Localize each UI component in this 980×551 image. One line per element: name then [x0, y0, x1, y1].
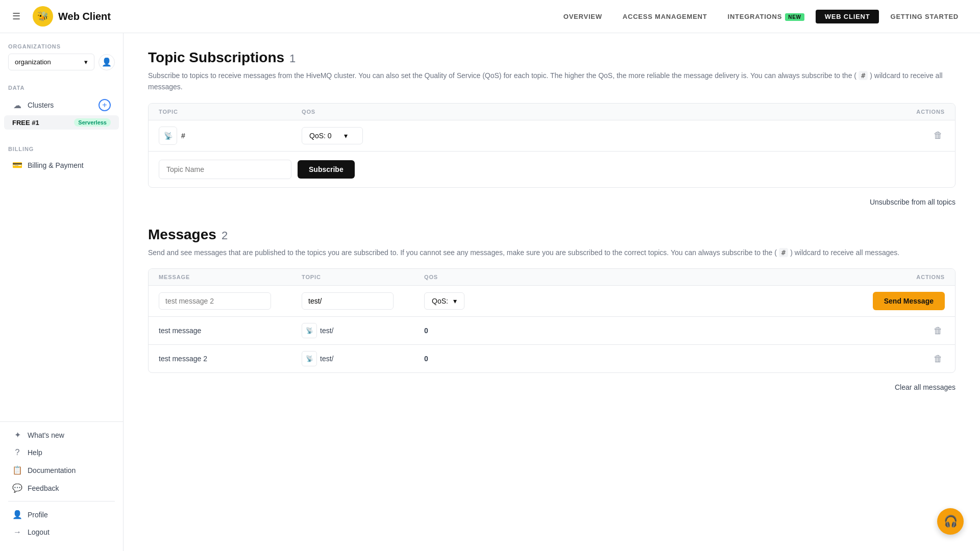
- headphones-icon: 🎧: [944, 515, 958, 528]
- messages-section: Messages 2 Send and see messages that ar…: [148, 227, 955, 395]
- topic-name-input[interactable]: [159, 160, 291, 179]
- messages-count: 2: [222, 229, 228, 242]
- actions-cell: 🗑: [884, 128, 945, 143]
- col-message-header: MESSAGE: [159, 274, 302, 280]
- msg-wildcard-code: #: [779, 248, 788, 257]
- received-qos-cell-2: 0: [424, 354, 516, 363]
- col-msg-topic-header: TOPIC: [302, 274, 424, 280]
- topic-cell: 📡 #: [159, 127, 302, 145]
- qos-cell: QoS: 0 ▾: [302, 127, 884, 144]
- topic-subscriptions-table: TOPIC QOS ACTIONS 📡 # QoS: 0 ▾: [148, 103, 955, 188]
- received-message-cell-2: test message 2: [159, 354, 302, 363]
- new-badge: NEW: [785, 13, 804, 21]
- add-cluster-button[interactable]: +: [99, 99, 111, 111]
- sidebar-bottom: ✦ What's new ? Help 📋 Documentation 💬 Fe…: [0, 421, 123, 541]
- rss-icon: 📡: [306, 327, 313, 334]
- topic-icon-box: 📡: [159, 127, 177, 145]
- message-text: test message: [159, 327, 201, 335]
- messages-title: Messages 2: [148, 227, 955, 243]
- received-qos-cell-1: 0: [424, 326, 516, 335]
- main-content: Topic Subscriptions 1 Subscribe to topic…: [124, 33, 980, 551]
- sidebar-item-help[interactable]: ? Help: [4, 444, 119, 461]
- messages-table-header: MESSAGE TOPIC QOS ACTIONS: [149, 269, 955, 286]
- nav-getting-started[interactable]: GETTING STARTED: [881, 10, 968, 23]
- app-logo: 🐝 Web Client: [33, 6, 111, 27]
- topic-table-header: TOPIC QOS ACTIONS: [149, 104, 955, 120]
- data-section-label: Data: [0, 85, 123, 95]
- unsubscribe-all-link[interactable]: Unsubscribe from all topics: [148, 194, 955, 210]
- sidebar-item-clusters[interactable]: ☁ Clusters +: [4, 95, 119, 115]
- nav-integrations[interactable]: INTEGRATIONSNEW: [719, 10, 814, 23]
- topic-icon: 📡: [302, 323, 317, 338]
- sidebar-item-feedback[interactable]: 💬 Feedback: [4, 479, 119, 497]
- sidebar-item-whats-new[interactable]: ✦ What's new: [4, 426, 119, 444]
- msg-qos-input-cell: QoS: ▾: [424, 292, 516, 310]
- received-message-cell-1: test message: [159, 326, 302, 335]
- sidebar-item-documentation[interactable]: 📋 Documentation: [4, 461, 119, 479]
- delete-message-button-2[interactable]: 🗑: [932, 352, 945, 366]
- sidebar-item-logout[interactable]: → Logout: [4, 523, 119, 541]
- received-topic-cell-1: 📡 test/: [302, 323, 424, 338]
- floating-help-button[interactable]: 🎧: [937, 508, 964, 535]
- person-add-icon: 👤: [102, 57, 112, 67]
- top-navigation: ☰ 🐝 Web Client OVERVIEW ACCESS MANAGEMEN…: [0, 0, 980, 33]
- cluster-item[interactable]: FREE #1 Serverless: [4, 115, 119, 130]
- topic-name: #: [181, 132, 185, 140]
- chevron-down-icon: ▾: [344, 132, 348, 140]
- app-title: Web Client: [58, 11, 111, 22]
- help-icon: ?: [12, 448, 22, 457]
- chevron-down-icon: ▾: [453, 297, 457, 305]
- table-row: test message 2 📡 test/ 0 🗑: [149, 345, 955, 372]
- billing-section-label: Billing: [0, 146, 123, 156]
- col-msg-actions-header: ACTIONS: [516, 274, 945, 280]
- menu-icon[interactable]: ☰: [12, 11, 20, 22]
- cloud-icon: ☁: [12, 101, 22, 110]
- message-input[interactable]: [159, 292, 271, 310]
- sidebar-item-profile[interactable]: 👤 Profile: [4, 506, 119, 523]
- org-section-label: Organizations: [0, 43, 123, 54]
- logo-icon: 🐝: [33, 6, 53, 27]
- delete-message-button-1[interactable]: 🗑: [932, 323, 945, 338]
- received-actions-cell-2: 🗑: [516, 352, 945, 366]
- org-selector: organization ▾ 👤: [0, 54, 123, 79]
- message-input-cell: [159, 292, 302, 310]
- data-section: Data ☁ Clusters + FREE #1 Serverless: [0, 79, 123, 132]
- topic-count: 1: [289, 52, 296, 65]
- message-topic-input[interactable]: [302, 292, 394, 310]
- nav-web-client[interactable]: WEB CLIENT: [816, 10, 879, 23]
- subscribe-button[interactable]: Subscribe: [298, 160, 355, 179]
- delete-topic-button[interactable]: 🗑: [932, 128, 945, 143]
- col-qos-header: QOS: [302, 109, 884, 115]
- star-icon: ✦: [12, 430, 22, 440]
- message-qos-dropdown[interactable]: QoS: ▾: [424, 292, 464, 310]
- nav-access-management[interactable]: ACCESS MANAGEMENT: [614, 10, 717, 23]
- rss-icon: 📡: [306, 355, 313, 362]
- logout-icon: →: [12, 528, 22, 537]
- rss-icon: 📡: [164, 132, 173, 140]
- message-input-row: QoS: ▾ Send Message: [149, 286, 955, 317]
- chevron-down-icon: ▾: [84, 58, 88, 66]
- sidebar-divider: [8, 501, 115, 502]
- cluster-badge: Serverless: [74, 118, 111, 127]
- messages-desc: Send and see messages that are published…: [148, 247, 955, 258]
- qos-dropdown[interactable]: QoS: 0 ▾: [302, 127, 363, 144]
- send-message-button[interactable]: Send Message: [873, 292, 945, 310]
- table-row: test message 📡 test/ 0 🗑: [149, 317, 955, 345]
- topic-subscriptions-title: Topic Subscriptions 1: [148, 49, 955, 66]
- topic-subscriptions-desc: Subscribe to topics to receive messages …: [148, 70, 955, 93]
- nav-overview[interactable]: OVERVIEW: [554, 10, 611, 23]
- book-icon: 📋: [12, 465, 22, 475]
- messages-table: MESSAGE TOPIC QOS ACTIONS QoS:: [148, 268, 955, 373]
- table-row: 📡 # QoS: 0 ▾ 🗑: [149, 120, 955, 152]
- col-msg-qos-header: QOS: [424, 274, 516, 280]
- profile-icon: 👤: [12, 510, 22, 519]
- subscribe-row: Subscribe: [149, 152, 955, 187]
- org-dropdown[interactable]: organization ▾: [8, 54, 94, 70]
- billing-section: Billing 💳 Billing & Payment: [0, 140, 123, 176]
- clear-all-messages-link[interactable]: Clear all messages: [148, 379, 955, 395]
- received-actions-cell-1: 🗑: [516, 323, 945, 338]
- sidebar-item-billing[interactable]: 💳 Billing & Payment: [4, 156, 119, 174]
- nav-links: OVERVIEW ACCESS MANAGEMENT INTEGRATIONSN…: [554, 10, 968, 23]
- billing-icon: 💳: [12, 160, 22, 170]
- org-manage-button[interactable]: 👤: [99, 54, 115, 70]
